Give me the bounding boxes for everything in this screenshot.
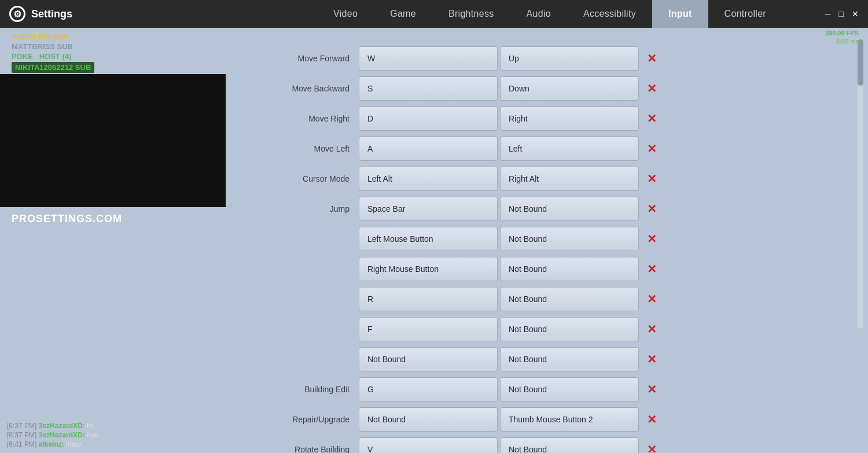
webcam: [0, 74, 226, 207]
clear-binding-button[interactable]: ✕: [641, 409, 662, 430]
key-binding-primary[interactable]: R: [359, 287, 498, 311]
key-binding-primary[interactable]: F: [359, 317, 498, 341]
key-binding-primary[interactable]: Left Mouse Button: [359, 227, 498, 251]
x-icon: ✕: [647, 112, 657, 126]
tab-audio[interactable]: Audio: [510, 0, 567, 28]
key-binding-secondary[interactable]: Left: [500, 137, 639, 161]
key-binding-primary[interactable]: Not Bound: [359, 347, 498, 371]
chat-text: hi\: [85, 422, 94, 430]
binding-row: Move BackwardSDown✕: [243, 75, 845, 102]
clear-binding-button[interactable]: ✕: [641, 168, 662, 189]
key-binding-secondary[interactable]: Not Bound: [500, 257, 639, 281]
binding-keys: VNot Bound✕: [359, 437, 845, 453]
binding-label: Building Edit: [243, 385, 359, 394]
clear-binding-button[interactable]: ✕: [641, 259, 662, 279]
scrollbar-thumb[interactable]: [858, 39, 863, 86]
key-binding-secondary[interactable]: Not Bound: [500, 347, 639, 371]
key-binding-secondary[interactable]: Right: [500, 106, 639, 131]
binding-row: Move RightDRight✕: [243, 105, 845, 132]
tab-controller[interactable]: Controller: [708, 0, 782, 28]
binding-row: Not BoundNot Bound✕: [243, 346, 845, 373]
clear-binding-button[interactable]: ✕: [641, 379, 662, 400]
binding-keys: SDown✕: [359, 76, 845, 101]
key-binding-primary[interactable]: Not Bound: [359, 407, 498, 432]
x-icon: ✕: [647, 292, 657, 306]
chat-message: [6:41 PM] alkeInz: lmao: [7, 440, 225, 448]
tab-input[interactable]: Input: [652, 0, 708, 28]
tab-game[interactable]: Game: [374, 0, 432, 28]
key-binding-primary[interactable]: A: [359, 137, 498, 161]
binding-keys: WUp✕: [359, 46, 845, 71]
tab-brightness[interactable]: Brightness: [432, 0, 510, 28]
key-binding-primary[interactable]: W: [359, 46, 498, 71]
key-binding-secondary[interactable]: Not Bound: [500, 197, 639, 221]
binding-row: Repair/UpgradeNot BoundThumb Mouse Butto…: [243, 406, 845, 433]
key-binding-secondary[interactable]: Not Bound: [500, 287, 639, 311]
username-mattbriss-sub: MATTBRISS SUB: [12, 42, 94, 51]
chat-timestamp: [6:37 PM]: [7, 431, 36, 439]
chat-messages: [6:37 PM] 3xzHazardXD: hi\[6:37 PM] 3xzH…: [0, 417, 231, 453]
main-content: AURALEIN SUBMATTBRISS SUBPOKE_ HOST (4)N…: [0, 28, 868, 453]
clear-binding-button[interactable]: ✕: [641, 229, 662, 249]
key-binding-secondary[interactable]: Not Bound: [500, 437, 639, 453]
binding-keys: GNot Bound✕: [359, 377, 845, 402]
binding-row: Move ForwardWUp✕: [243, 45, 845, 72]
key-binding-secondary[interactable]: Down: [500, 76, 639, 101]
binding-keys: Not BoundNot Bound✕: [359, 347, 845, 371]
binding-keys: Not BoundThumb Mouse Button 2✕: [359, 407, 845, 432]
binding-label: Cursor Mode: [243, 174, 359, 183]
chat-text: lmao: [64, 440, 81, 448]
key-binding-secondary[interactable]: Not Bound: [500, 377, 639, 402]
x-icon: ✕: [647, 82, 657, 95]
tab-accessibility[interactable]: Accessibility: [567, 0, 652, 28]
clear-binding-button[interactable]: ✕: [641, 108, 662, 129]
key-binding-secondary[interactable]: Not Bound: [500, 227, 639, 251]
x-icon: ✕: [647, 322, 657, 336]
usernames-list: AURALEIN SUBMATTBRISS SUBPOKE_ HOST (4)N…: [12, 32, 94, 73]
binding-row: Rotate BuildingVNot Bound✕: [243, 436, 845, 453]
clear-binding-button[interactable]: ✕: [641, 349, 662, 370]
app-title: Settings: [31, 8, 72, 20]
x-icon: ✕: [647, 262, 657, 276]
bindings-container: Move ForwardWUp✕Move BackwardSDown✕Move …: [243, 45, 845, 453]
binding-keys: FNot Bound✕: [359, 317, 845, 341]
x-icon: ✕: [647, 202, 657, 216]
binding-label: Jump: [243, 204, 359, 213]
clear-binding-button[interactable]: ✕: [641, 289, 662, 310]
chat-text: bye: [85, 431, 98, 439]
chat-message: [6:37 PM] 3xzHazardXD: hi\: [7, 422, 225, 430]
key-binding-primary[interactable]: Left Alt: [359, 167, 498, 191]
scrollbar[interactable]: [858, 39, 863, 329]
chat-timestamp: [6:37 PM]: [7, 422, 36, 430]
key-binding-primary[interactable]: Space Bar: [359, 197, 498, 221]
key-binding-secondary[interactable]: Up: [500, 46, 639, 71]
username-poke_-host-(4): POKE_ HOST (4): [12, 52, 94, 61]
key-binding-primary[interactable]: G: [359, 377, 498, 402]
x-icon: ✕: [647, 232, 657, 246]
clear-binding-button[interactable]: ✕: [641, 319, 662, 340]
binding-keys: Left AltRight Alt✕: [359, 167, 845, 191]
username-auralein-sub: AURALEIN SUB: [12, 32, 94, 41]
key-binding-primary[interactable]: Right Mouse Button: [359, 257, 498, 281]
clear-binding-button[interactable]: ✕: [641, 198, 662, 219]
clear-binding-button[interactable]: ✕: [641, 48, 662, 69]
username-nikita12052212-sub: NIKITA12052212 SUB: [12, 62, 94, 73]
settings-area: Move ForwardWUp✕Move BackwardSDown✕Move …: [231, 28, 868, 453]
clear-binding-button[interactable]: ✕: [641, 138, 662, 159]
binding-label: Repair/Upgrade: [243, 415, 359, 424]
clear-binding-button[interactable]: ✕: [641, 78, 662, 99]
key-binding-primary[interactable]: S: [359, 76, 498, 101]
key-binding-primary[interactable]: V: [359, 437, 498, 453]
gear-icon: ⚙: [9, 6, 25, 22]
tab-video[interactable]: Video: [317, 0, 374, 28]
key-binding-secondary[interactable]: Thumb Mouse Button 2: [500, 407, 639, 432]
key-binding-secondary[interactable]: Right Alt: [500, 167, 639, 191]
binding-label: Move Right: [243, 114, 359, 123]
clear-binding-button[interactable]: ✕: [641, 439, 662, 453]
x-icon: ✕: [647, 172, 657, 186]
binding-row: JumpSpace BarNot Bound✕: [243, 196, 845, 222]
key-binding-secondary[interactable]: Not Bound: [500, 317, 639, 341]
fps-value: 390.09 FPS: [825, 29, 859, 37]
key-binding-primary[interactable]: D: [359, 106, 498, 131]
x-icon: ✕: [647, 352, 657, 366]
